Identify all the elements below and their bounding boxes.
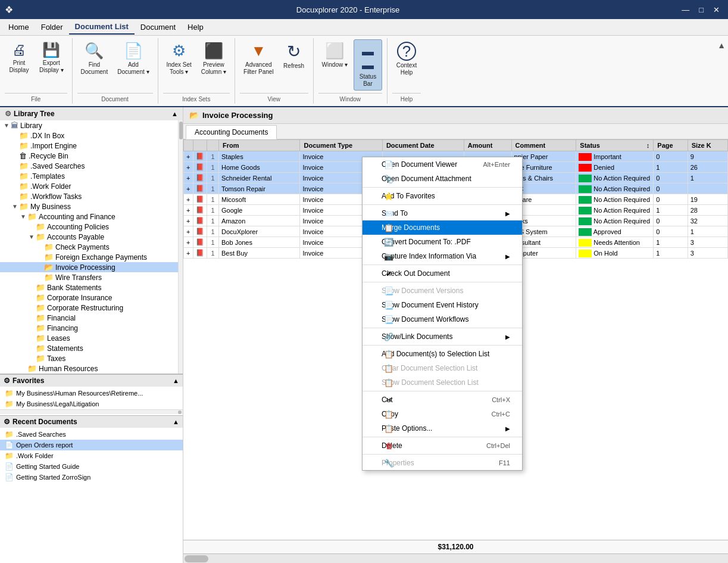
tree-node-my-business[interactable]: ▼ 📁 My Business: [0, 201, 183, 211]
ctx-convert-doc[interactable]: 🔄 Convert Document To: .PDF: [363, 235, 522, 249]
recent-item-3[interactable]: 📁 .Work Folder: [0, 450, 183, 461]
menu-home[interactable]: Home: [2, 20, 35, 34]
tree-node-bank-statements[interactable]: 📁 Bank Statements: [0, 282, 183, 293]
tree-node-corp-restructuring[interactable]: 📁 Corporate Restructuring: [0, 303, 183, 313]
col-from[interactable]: From: [219, 140, 300, 151]
expand-cell[interactable]: +: [184, 248, 193, 259]
window-button[interactable]: ⬜ Window ▾: [318, 39, 351, 71]
bottom-scrollbar[interactable]: [183, 553, 728, 563]
col-pages[interactable]: Page: [654, 140, 688, 151]
tree-node-workflow-tasks[interactable]: 📁 .Workflow Tasks: [0, 191, 183, 201]
ctx-checkout[interactable]: ✔ Check Out Document: [363, 266, 522, 281]
recycle-label: .Recycle Bin: [29, 152, 68, 160]
tree-node-accounting-policies[interactable]: 📁 Accounting Policies: [0, 222, 183, 232]
ctx-paste[interactable]: 📋 Paste Options... ▶: [363, 421, 522, 436]
ribbon-collapse-arrow[interactable]: ▲: [717, 41, 726, 50]
col-amount[interactable]: Amount: [464, 140, 511, 151]
tree-node-taxes[interactable]: 📁 Taxes: [0, 353, 183, 363]
expand-cell[interactable]: +: [184, 194, 193, 205]
restore-button[interactable]: □: [695, 4, 707, 15]
ctx-merge-docs[interactable]: 📋 Merge Documents: [363, 220, 522, 235]
tree-node-dx-inbox[interactable]: 📁 .DX In Box: [0, 130, 183, 141]
tree-node-accounts-payable[interactable]: ▼ 📁 Accounts Payable: [0, 232, 183, 242]
tree-node-import-engine[interactable]: 📁 .Import Engine: [0, 141, 183, 151]
expand-cell[interactable]: +: [184, 183, 193, 194]
tree-node-corp-insurance[interactable]: 📁 Corporate Insurance: [0, 293, 183, 303]
recent-item-4[interactable]: 📄 Getting Started Guide: [0, 461, 183, 472]
ctx-open-attachment[interactable]: 📎 Open Document Attachment: [363, 172, 522, 186]
recent-item-5[interactable]: 📄 Getting Started ZorroSign: [0, 472, 183, 483]
recent-docs-header[interactable]: ⚙ Recent Documents ▲: [0, 416, 183, 428]
tree-node-statements[interactable]: 📁 Statements: [0, 343, 183, 353]
ctx-add-favorites[interactable]: ⭐ Add To Favorites: [363, 189, 522, 203]
favorites-header[interactable]: ⚙ Favorites ▲: [0, 375, 183, 387]
context-help-button[interactable]: ? ContextHelp: [392, 39, 421, 79]
ctx-send-to[interactable]: 📨 Send To ▶: [363, 206, 522, 220]
expand-cell[interactable]: +: [184, 216, 193, 226]
close-button[interactable]: ✕: [710, 4, 723, 15]
col-icon[interactable]: [193, 140, 207, 151]
tree-node-check-payments[interactable]: 📁 Check Payments: [0, 242, 183, 252]
col-size[interactable]: Size K: [688, 140, 727, 151]
ctx-show-link[interactable]: 🔗 Show/Link Documents ▶: [363, 329, 522, 344]
tree-node-leases[interactable]: 📁 Leases: [0, 333, 183, 343]
ctx-show-versions-label: Show Document Versions: [382, 287, 463, 295]
tree-node-financing[interactable]: 📁 Financing: [0, 323, 183, 333]
col-docdate[interactable]: Document Date: [382, 140, 464, 151]
favorites-item-2[interactable]: 📁 My Business\Legal\Litigation: [0, 399, 183, 409]
advanced-filter-button[interactable]: ▼ AdvancedFilter Panel: [240, 39, 277, 78]
menu-folder[interactable]: Folder: [35, 20, 69, 34]
tree-node-templates[interactable]: 📁 .Templates: [0, 171, 183, 181]
expand-cell[interactable]: +: [184, 226, 193, 237]
expand-cell[interactable]: +: [184, 151, 193, 162]
tree-node-recycle-bin[interactable]: 🗑 .Recycle Bin: [0, 151, 183, 161]
menu-help[interactable]: Help: [182, 20, 210, 34]
col-expand[interactable]: [184, 140, 193, 151]
expand-cell[interactable]: +: [184, 162, 193, 173]
col-status[interactable]: Status ↕: [576, 140, 654, 151]
index-set-tools-button[interactable]: ⚙ Index SetTools ▾: [163, 39, 195, 78]
find-document-button[interactable]: 🔍 FindDocument: [77, 39, 112, 78]
tree-node-invoice-processing[interactable]: 📂 Invoice Processing: [0, 262, 183, 272]
add-document-button[interactable]: 📄 AddDocument ▾: [114, 39, 152, 78]
ctx-show-events[interactable]: 📃 Show Document Event History: [363, 298, 522, 312]
tree-node-saved-searches[interactable]: 📁 .Saved Searches: [0, 161, 183, 171]
ctx-cut[interactable]: ✂ Cut Ctrl+X: [363, 393, 522, 407]
export-display-button[interactable]: 💾 ExportDisplay ▾: [36, 39, 67, 76]
ctx-capture-index[interactable]: 📷 Capture Index Information Via ▶: [363, 249, 522, 263]
print-display-button[interactable]: 🖨 PrintDisplay: [5, 39, 33, 76]
favorites-item-1[interactable]: 📁 My Business\Human Resources\Retireme..…: [0, 388, 183, 399]
recent-item-1[interactable]: 📁 .Saved Searches: [0, 429, 183, 440]
tree-node-human-resources[interactable]: 📁 Human Resources: [0, 363, 183, 374]
tab-accounting-documents[interactable]: Accounting Documents: [186, 125, 277, 139]
col-num[interactable]: [207, 140, 219, 151]
status-bar-button[interactable]: ▬▬ StatusBar: [354, 39, 382, 91]
col-comment[interactable]: Comment: [511, 140, 576, 151]
col-doctype[interactable]: Document Type: [300, 140, 382, 151]
tree-node-library[interactable]: ▼ 🏛 Library: [0, 120, 183, 130]
tree-node-financial[interactable]: 📁 Financial: [0, 313, 183, 323]
preview-column-button[interactable]: ⬛ PreviewColumn ▾: [198, 39, 230, 78]
menu-document[interactable]: Document: [135, 20, 182, 34]
ctx-open-viewer[interactable]: 📄 Open Document Viewer Alt+Enter: [363, 157, 522, 172]
expand-cell[interactable]: +: [184, 205, 193, 216]
pages-cell: 1: [654, 248, 688, 259]
expand-cell[interactable]: +: [184, 173, 193, 183]
status-cell: No Action Required: [576, 194, 654, 205]
ctx-show-workflows[interactable]: 📃 Show Document Workflows: [363, 312, 522, 326]
ctx-copy[interactable]: 📋 Copy Ctrl+C: [363, 407, 522, 421]
minimize-button[interactable]: —: [678, 4, 693, 15]
library-tree-header[interactable]: ⚙ Library Tree ▲: [0, 107, 183, 120]
ctx-add-selection[interactable]: 📋 Add Document(s) to Selection List: [363, 347, 522, 361]
scrollbar-thumb[interactable]: [185, 555, 208, 562]
refresh-button[interactable]: ↻ Refresh: [280, 39, 308, 72]
tree-node-work-folder[interactable]: 📁 .Work Folder: [0, 181, 183, 191]
tree-node-accounting[interactable]: ▼ 📁 Accounting and Finance: [0, 211, 183, 222]
recent-item-2[interactable]: 📄 Open Orders report: [0, 440, 183, 450]
menu-document-list[interactable]: Document List: [69, 20, 135, 35]
tree-node-foreign-exchange[interactable]: 📁 Foreign Exchange Payments: [0, 252, 183, 262]
library-tree-content: ▼ 🏛 Library 📁 .DX In Box 📁 .Import Engin…: [0, 120, 183, 374]
expand-cell[interactable]: +: [184, 237, 193, 248]
ctx-delete[interactable]: 🗑 Delete Ctrl+Del: [363, 438, 522, 453]
tree-node-wire-transfers[interactable]: 📁 Wire Transfers: [0, 272, 183, 282]
